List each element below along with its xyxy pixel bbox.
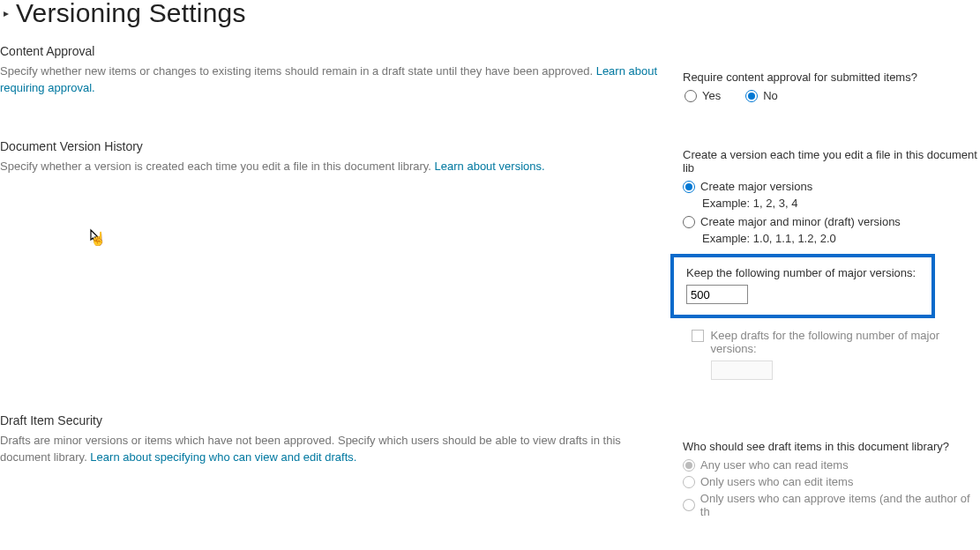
section-content-approval: Content Approval Specify whether new ite… (0, 44, 980, 106)
keep-drafts-input (711, 360, 773, 380)
keep-drafts-checkbox-row[interactable]: Keep drafts for the following number of … (692, 329, 979, 355)
create-major-label: Create major versions (700, 180, 812, 193)
learn-drafts-link[interactable]: Learn about specifying who can view and … (90, 450, 356, 464)
keep-versions-highlight: Keep the following number of major versi… (670, 254, 935, 318)
version-history-heading: Document Version History (0, 139, 669, 153)
approval-yes-label: Yes (702, 89, 721, 102)
keep-drafts-checkbox[interactable] (692, 330, 704, 342)
approval-no-radio[interactable]: No (745, 89, 778, 102)
create-major-radio[interactable]: Create major versions (683, 180, 979, 193)
example-minor: Example: 1.0, 1.1, 1.2, 2.0 (683, 232, 979, 245)
content-approval-heading: Content Approval (0, 44, 669, 58)
draft-security-heading: Draft Item Security (0, 413, 669, 427)
approval-yes-radio[interactable]: Yes (685, 89, 721, 102)
draft-any-user-radio: Any user who can read items (683, 458, 979, 472)
draft-question: Who should see draft items in this docum… (683, 440, 979, 453)
version-question: Create a version each time you edit a fi… (683, 148, 979, 175)
version-history-desc-text: Specify whether a version is created eac… (0, 160, 435, 173)
approval-question: Require content approval for submitted i… (683, 71, 979, 84)
draft-approve-users-label: Only users who can approve items (and th… (700, 492, 979, 518)
keep-versions-input[interactable] (686, 285, 748, 304)
create-minor-radio[interactable]: Create major and minor (draft) versions (683, 215, 979, 228)
breadcrumb-caret-icon: ▸ (4, 7, 9, 19)
draft-security-desc: Drafts are minor versions or items which… (0, 433, 669, 466)
section-draft-security: Draft Item Security Drafts are minor ver… (0, 413, 980, 522)
content-approval-desc-text: Specify whether new items or changes to … (0, 64, 596, 78)
section-version-history: Document Version History Specify whether… (0, 139, 980, 380)
learn-versions-link[interactable]: Learn about versions. (435, 160, 545, 173)
keep-versions-label: Keep the following number of major versi… (677, 266, 926, 279)
draft-edit-users-label: Only users who can edit items (700, 475, 853, 488)
version-history-desc: Specify whether a version is created eac… (0, 159, 669, 175)
content-approval-desc: Specify whether new items or changes to … (0, 63, 669, 97)
draft-edit-users-radio: Only users who can edit items (683, 475, 979, 488)
draft-any-user-label: Any user who can read items (700, 458, 849, 472)
approval-no-label: No (763, 89, 778, 102)
keep-drafts-label: Keep drafts for the following number of … (711, 329, 979, 355)
create-minor-label: Create major and minor (draft) versions (700, 215, 901, 228)
draft-approve-users-radio: Only users who can approve items (and th… (683, 492, 979, 518)
page-title: Versioning Settings (16, 0, 246, 28)
example-major: Example: 1, 2, 3, 4 (683, 197, 979, 210)
